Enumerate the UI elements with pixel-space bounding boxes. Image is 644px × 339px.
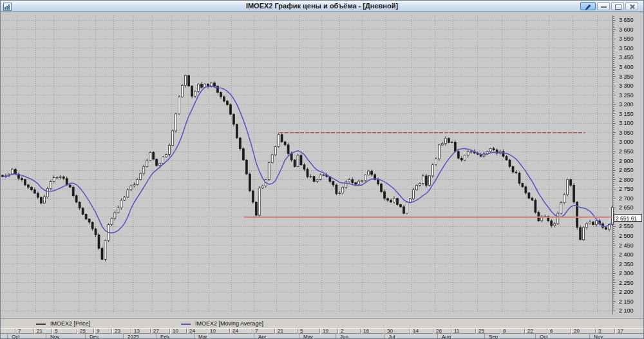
legend-line-swatch <box>181 324 191 325</box>
month-tick-separator <box>437 334 438 339</box>
day-tick-label: 14 <box>413 329 419 334</box>
month-tick-separator <box>484 334 485 339</box>
month-tick-label: Aug <box>442 334 451 339</box>
month-tick-label: Feb <box>160 334 169 339</box>
day-tick-separator <box>111 329 112 334</box>
day-tick-separator <box>500 329 500 334</box>
month-tick-separator <box>336 334 336 339</box>
day-tick-separator <box>595 329 596 334</box>
day-tick-label: 3 <box>598 329 601 334</box>
y-axis-label: 2 150 <box>619 298 643 305</box>
price-chart-canvas[interactable] <box>1 13 644 319</box>
legend-row: IMOEX2 [Price]IMOEX2 [Moving Average] <box>1 318 644 328</box>
month-tick-separator <box>123 334 124 339</box>
day-tick-separator <box>360 329 361 334</box>
y-axis-label: 2 700 <box>619 195 643 202</box>
y-axis-label: 2 500 <box>619 233 643 239</box>
y-axis-label: 2 400 <box>619 251 643 258</box>
y-axis-label: 3 150 <box>619 111 643 117</box>
x-axis-month-row[interactable]: OctNovDec2025FebMarAprMayJunJulAugSepOct… <box>1 334 644 339</box>
day-tick-separator <box>297 329 298 334</box>
month-tick-separator <box>46 334 46 339</box>
y-axis-label: 2 250 <box>619 280 643 286</box>
y-axis-label: 2 200 <box>619 289 643 295</box>
day-tick-label: 2 <box>341 329 343 334</box>
month-tick-separator <box>589 334 590 339</box>
y-axis-label: 2 650 <box>619 204 643 211</box>
day-tick-separator <box>433 329 433 334</box>
window-title: IMOEX2 График цены и объёма - [Дневной] <box>1 2 643 10</box>
y-axis-label: 2 750 <box>619 186 643 192</box>
y-axis-label: 3 550 <box>619 35 643 42</box>
month-tick-label: May <box>303 334 313 339</box>
y-axis-label: 2 900 <box>619 158 643 164</box>
legend-item: IMOEX2 [Moving Average] <box>181 319 310 329</box>
moving-average-line[interactable] <box>3 86 612 233</box>
month-tick-separator <box>535 334 536 339</box>
day-tick-label: 21 <box>278 329 283 334</box>
month-tick-separator <box>194 334 194 339</box>
minimize-button[interactable] <box>597 2 610 10</box>
month-tick-label: Jun <box>340 334 348 339</box>
chart-window: IMOEX2 График цены и объёма - [Дневной] … <box>0 0 644 339</box>
y-axis-label: 3 050 <box>619 130 643 136</box>
month-tick-separator <box>85 334 86 339</box>
y-axis-label: 2 450 <box>619 242 643 249</box>
month-tick-label: Nov <box>50 334 59 339</box>
y-axis-price-scale[interactable]: 3 6503 6003 5503 5003 4503 4003 3503 300… <box>612 12 644 319</box>
day-tick-label: 23 <box>115 329 120 334</box>
day-tick-label: 7 <box>255 329 258 334</box>
y-axis-label: 3 500 <box>619 45 643 52</box>
month-tick-separator <box>7 334 8 339</box>
close-button[interactable] <box>625 2 638 10</box>
y-axis-label: 3 000 <box>619 139 643 145</box>
y-axis-label: 2 300 <box>619 270 643 276</box>
day-tick-label: 5 <box>300 329 303 334</box>
day-tick-label: 24 <box>232 329 238 334</box>
y-axis-label: 3 350 <box>619 73 643 80</box>
month-tick-label: Oct <box>540 334 547 339</box>
month-tick-separator <box>299 334 299 339</box>
y-axis-label: 2 100 <box>619 307 643 314</box>
legend-label: IMOEX2 [Moving Average] <box>195 320 263 327</box>
day-tick-separator <box>33 329 34 334</box>
day-tick-label: 17 <box>618 329 623 334</box>
y-axis-label: 3 400 <box>619 64 643 70</box>
pen-link-tool-button[interactable] <box>580 2 596 10</box>
chart-region: 3 6503 6003 5503 5003 4503 4003 3503 300… <box>1 12 644 319</box>
day-tick-separator <box>169 329 170 334</box>
day-tick-separator <box>52 329 52 334</box>
day-tick-separator <box>252 329 252 334</box>
day-tick-separator <box>319 329 320 334</box>
day-tick-label: 5 <box>55 329 57 334</box>
day-tick-label: 27 <box>153 329 159 334</box>
legend-item: IMOEX2 [Price] <box>36 319 165 329</box>
day-tick-separator <box>186 329 187 334</box>
day-tick-separator <box>475 329 476 334</box>
y-axis-label: 2 950 <box>619 148 643 155</box>
day-tick-label: 13 <box>134 329 140 334</box>
day-tick-separator <box>150 329 151 334</box>
day-tick-separator <box>131 329 131 334</box>
titlebar[interactable]: IMOEX2 График цены и объёма - [Дневной] <box>1 1 643 12</box>
maximize-button[interactable] <box>611 2 624 10</box>
month-tick-label: Dec <box>90 334 99 339</box>
month-tick-label: Nov <box>594 334 603 339</box>
day-tick-separator <box>15 329 15 334</box>
day-tick-label: 9 <box>97 329 99 334</box>
day-tick-label: 16 <box>363 329 369 334</box>
day-tick-label: 25 <box>478 329 484 334</box>
legend-label: IMOEX2 [Price] <box>50 320 90 327</box>
minimize-icon <box>601 6 607 8</box>
y-axis-label: 3 250 <box>619 92 643 99</box>
y-axis-label: 3 100 <box>619 120 643 126</box>
last-price-badge: 2 651.61 <box>614 214 642 222</box>
month-tick-separator <box>254 334 254 339</box>
day-tick-separator <box>337 329 338 334</box>
y-axis-label: 2 850 <box>619 167 643 173</box>
day-tick-label: 19 <box>323 329 328 334</box>
day-tick-separator <box>77 329 77 334</box>
day-tick-label: 8 <box>503 329 506 334</box>
x-axis-day-row[interactable]: 7215259231327102410247215192163014281125… <box>1 328 644 334</box>
y-axis-label: 3 300 <box>619 82 643 89</box>
